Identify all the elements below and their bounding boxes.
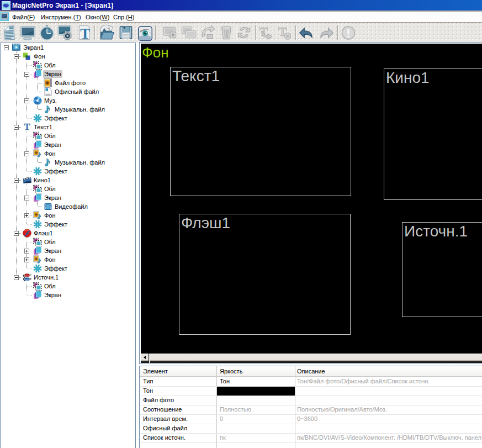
svg-text:T: T bbox=[80, 25, 90, 41]
svg-text:T: T bbox=[24, 123, 30, 131]
